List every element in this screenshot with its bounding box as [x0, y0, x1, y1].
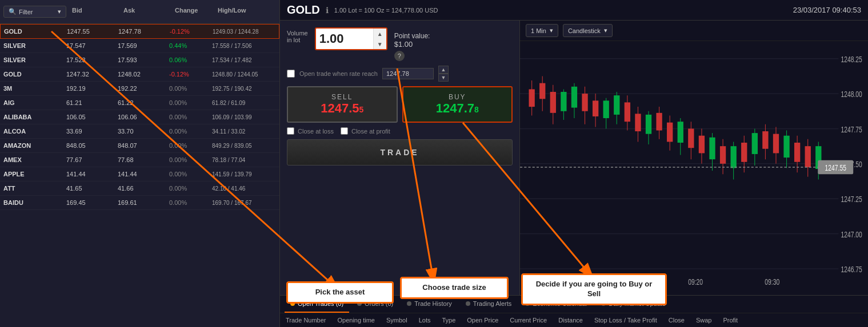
svg-text:1247.75: 1247.75: [841, 124, 862, 135]
asset-row[interactable]: ALCOA 33.69 33.70 0.00% 34.11 / 33.02: [0, 124, 279, 139]
col-header-bid: Bid: [72, 7, 123, 17]
asset-row[interactable]: AMEX 77.67 77.68 0.00% 78.18 / 77.04: [0, 153, 279, 167]
filter-chevron: ▾: [58, 8, 61, 15]
svg-text:1247.55: 1247.55: [825, 163, 846, 173]
asset-row[interactable]: SILVER 17.547 17.569 0.44% 17.558 / 17.5…: [0, 39, 279, 53]
table-header-2: Symbol: [386, 317, 407, 324]
svg-text:1247.00: 1247.00: [841, 229, 862, 240]
svg-rect-67: [783, 136, 789, 158]
asset-row[interactable]: APPLE 141.44 141.44 0.00% 141.59 / 139.7…: [0, 167, 279, 181]
close-loss-checkbox[interactable]: [287, 127, 294, 135]
close-profit-checkbox[interactable]: [341, 127, 348, 135]
tab-dot: [290, 301, 295, 306]
asset-row[interactable]: SILVER 17.523 17.593 0.06% 17.534 / 17.4…: [0, 53, 279, 67]
tab-label: Open Trades (0): [298, 300, 343, 307]
volume-input-wrap: ▲ ▼: [315, 27, 387, 50]
svg-rect-43: [656, 113, 662, 131]
svg-rect-33: [603, 100, 609, 118]
tab-trading-alerts[interactable]: Trading Alerts: [460, 296, 517, 313]
asset-row[interactable]: 3M 192.19 192.22 0.00% 192.75 / 190.42: [0, 82, 279, 96]
sell-button[interactable]: SELL 1247.55: [287, 86, 398, 123]
svg-text:1248.25: 1248.25: [841, 54, 862, 64]
svg-rect-21: [539, 83, 545, 99]
rate-spin-down[interactable]: ▼: [438, 74, 449, 82]
chart-type-chevron: ▾: [604, 27, 607, 34]
tab-dot: [407, 301, 411, 306]
svg-rect-71: [805, 146, 811, 167]
svg-text:1246.75: 1246.75: [841, 264, 862, 274]
tab-label: Daily Market Update: [609, 300, 666, 307]
col-header-change: Change: [175, 7, 218, 17]
timeframe-chevron: ▾: [550, 27, 553, 34]
right-panel: GOLD ℹ 1.00 Lot = 100 Oz = 124,778.00 US…: [280, 0, 868, 327]
svg-rect-55: [720, 146, 726, 164]
chart-type-select[interactable]: Candlestick ▾: [563, 24, 613, 37]
buy-button[interactable]: BUY 1247.78: [402, 86, 513, 123]
asset-row[interactable]: BAIDU 169.45 169.61 0.00% 169.70 / 167.6…: [0, 196, 279, 210]
trade-panel: Volume in lot ▲ ▼ Point value: $1.00: [280, 21, 520, 295]
table-header-8: Stop Loss / Take Profit: [594, 317, 657, 324]
asset-row[interactable]: GOLD 1247.32 1248.02 -0.12% 1248.80 / 12…: [0, 67, 279, 82]
svg-rect-25: [561, 92, 566, 111]
svg-rect-37: [625, 102, 630, 122]
close-profit-label: Close at profit: [351, 128, 390, 135]
asset-row[interactable]: GOLD 1247.55 1247.78 -0.12% 1249.03 / 12…: [0, 24, 279, 39]
rate-spin-up[interactable]: ▲: [438, 66, 449, 74]
tab-label: Orders (0): [365, 300, 393, 307]
lot-info: 1.00 Lot = 100 Oz = 124,778.00 USD: [334, 7, 438, 14]
help-icon[interactable]: ?: [394, 51, 405, 61]
point-value-label: Point value: $1.00: [394, 32, 430, 49]
table-header-7: Distance: [558, 317, 583, 324]
rate-input[interactable]: [382, 68, 434, 79]
svg-text:09:00: 09:00: [538, 277, 553, 287]
chart-svg-wrap: 1248.25 1248.00 1247.75 1247.50 1247.25 …: [520, 41, 868, 295]
svg-rect-23: [550, 92, 556, 113]
svg-rect-65: [773, 134, 779, 154]
volume-row: Volume in lot ▲ ▼ Point value: $1.00: [287, 27, 513, 61]
asset-row[interactable]: AMAZON 848.05 848.07 0.00% 849.29 / 839.…: [0, 139, 279, 153]
sell-label: SELL: [293, 93, 392, 101]
asset-row[interactable]: ATT 41.65 41.66 0.00% 42.10 / 41.46: [0, 181, 279, 196]
timeframe-select[interactable]: 1 Min ▾: [526, 24, 558, 37]
tab-dot: [601, 301, 606, 306]
open-trade-checkbox[interactable]: [287, 70, 295, 78]
svg-text:1247.25: 1247.25: [841, 194, 862, 204]
volume-input[interactable]: [316, 29, 373, 49]
tab-content-row: Trade Number Opening time Symbol Lots Ty…: [280, 313, 868, 327]
asset-list: 🔍 Filter ▾ Bid Ask Change High/Low GOLD …: [0, 0, 280, 327]
tab-daily-market-update[interactable]: Daily Market Update: [595, 296, 671, 313]
volume-spin-down[interactable]: ▼: [374, 39, 386, 49]
info-icon[interactable]: ℹ: [326, 6, 329, 15]
trade-button[interactable]: TRADE: [287, 139, 513, 165]
buy-price: 1247.78: [408, 101, 507, 116]
tab-dot: [466, 301, 470, 306]
top-bar: GOLD ℹ 1.00 Lot = 100 Oz = 124,778.00 US…: [280, 0, 868, 21]
svg-text:09:20: 09:20: [688, 277, 703, 287]
svg-rect-47: [678, 122, 683, 143]
svg-rect-45: [667, 123, 673, 142]
tab-label: Trade History: [414, 300, 452, 307]
tab-orders-0[interactable]: Orders (0): [351, 296, 399, 313]
tab-open-trades-0[interactable]: Open Trades (0): [285, 296, 349, 313]
timeframe-label: 1 Min: [531, 27, 546, 34]
filter-label: Filter: [19, 9, 33, 15]
chart-type-label: Candlestick: [568, 27, 601, 34]
volume-spin-up[interactable]: ▲: [374, 29, 386, 39]
loss-profit-row: Close at loss Close at profit: [287, 127, 513, 135]
tab-trade-history[interactable]: Trade History: [401, 296, 458, 313]
sell-price-small: 5: [359, 105, 364, 114]
buy-label: BUY: [408, 93, 507, 101]
main-layout: 🔍 Filter ▾ Bid Ask Change High/Low GOLD …: [0, 0, 868, 327]
svg-rect-61: [752, 133, 758, 154]
sell-price-main: 1247.5: [321, 101, 359, 115]
filter-button[interactable]: 🔍 Filter ▾: [3, 6, 66, 18]
svg-rect-35: [614, 95, 619, 115]
tab-economic-calendar[interactable]: Economic Calendar: [519, 296, 593, 313]
bottom-tabs: Open Trades (0) Orders (0) Trade History…: [280, 295, 868, 327]
table-header-10: Swap: [696, 317, 712, 324]
asset-row[interactable]: AIG 61.21 61.22 0.00% 61.82 / 61.09: [0, 96, 279, 110]
asset-row[interactable]: ALIBABA 106.05 106.06 0.00% 106.09 / 103…: [0, 110, 279, 124]
tabs-row: Open Trades (0) Orders (0) Trade History…: [280, 296, 868, 313]
table-header-11: Profit: [723, 317, 738, 324]
buy-price-small: 8: [474, 105, 479, 114]
